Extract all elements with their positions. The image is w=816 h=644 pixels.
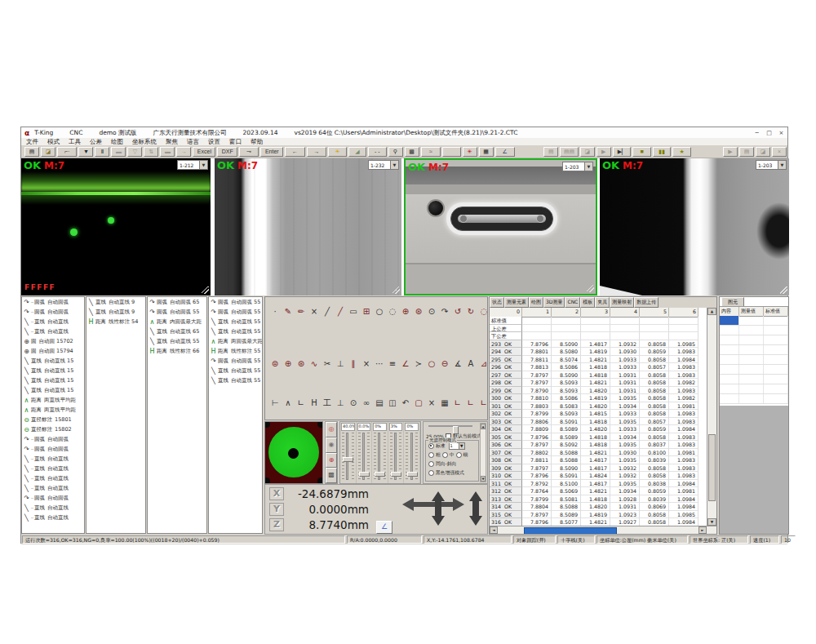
tool-circle-dashed-icon[interactable]: ◌ — [386, 305, 399, 318]
light-slider-2[interactable]: 0% — [372, 422, 388, 483]
list-item[interactable]: ╲直线自动直线 55 — [148, 336, 206, 346]
ring-light-icon[interactable]: ◎ — [326, 422, 337, 437]
table-tab-8[interactable]: 数据上传 — [634, 297, 659, 308]
light-slider-4[interactable]: 0% — [404, 422, 420, 483]
tool-dim-corner-icon[interactable]: ∟ — [295, 397, 308, 410]
table-tab-1[interactable]: 测量元素 — [504, 297, 529, 308]
table-row[interactable]: 307OK7.88028.50881.48211.09300.81001.098… — [490, 449, 708, 457]
tool-rect-icon[interactable]: ▭ — [347, 305, 360, 318]
scroll-up-icon[interactable]: ▲ — [707, 308, 716, 315]
tool-angle-red-1-icon[interactable]: ∟ — [451, 397, 464, 410]
toolbar-enter-button[interactable]: Enter — [260, 147, 283, 157]
list-item[interactable]: ↷┄圆弧自动圆弧 — [22, 307, 84, 317]
list-item[interactable]: ╲直线自动直线 9 — [86, 307, 145, 317]
scroll-down-icon[interactable]: ▼ — [481, 476, 486, 482]
table-row[interactable]: 293OK7.87968.50901.48171.09320.80581.098… — [490, 340, 708, 349]
tool-dim-h-icon[interactable]: ⊢ — [268, 397, 282, 410]
slider-thumb[interactable] — [407, 472, 418, 477]
toolbar-chart-tool-button[interactable]: ∠ — [495, 147, 515, 157]
list-item[interactable]: ╲直线自动直线 65 — [148, 326, 206, 336]
toolbar-blank-button[interactable] — [442, 147, 461, 157]
list-item[interactable]: ╲直线自动直线 55 — [209, 317, 262, 326]
tool-circle-point-icon[interactable]: ⊙ — [425, 305, 438, 318]
checker-light-icon[interactable]: ▩ — [326, 468, 337, 483]
tool-circle-scan2-icon[interactable]: ⊛ — [412, 305, 425, 318]
tool-perpendicular-icon[interactable]: ⊥ — [334, 358, 347, 371]
tool-angle-open-icon[interactable]: ∠ — [399, 358, 412, 371]
table-row[interactable]: 304OK7.88098.50891.48201.09330.80591.098… — [490, 425, 708, 433]
table-row[interactable]: 309OK7.87978.50901.48171.09320.80581.098… — [490, 464, 708, 473]
tool-dots-icon[interactable]: ⋯ — [373, 358, 386, 371]
toolbar-checker-button[interactable]: ▩ — [405, 147, 419, 157]
toolbar-pause-button[interactable]: ▮▮ — [653, 147, 672, 157]
tool-dim-oo-icon[interactable]: ∞ — [360, 397, 373, 410]
resize-grip-icon[interactable] — [780, 286, 787, 294]
tool-cross-lines-icon[interactable]: × — [308, 305, 321, 318]
tool-pencil-add-icon[interactable]: ✏ — [295, 305, 308, 318]
tool-vee-icon[interactable]: ≻ — [412, 358, 425, 371]
slider-thumb[interactable] — [343, 457, 353, 462]
list-item[interactable]: H距离线性标注 55 — [209, 346, 262, 356]
tool-dim-angle-icon[interactable]: ∧ — [282, 397, 295, 410]
list-item[interactable]: ╲┄直线自动直线 — [22, 317, 84, 326]
camera-select[interactable]: 1-232 ▼ — [368, 160, 399, 170]
list-item[interactable]: ⊖直径标注15801 — [22, 415, 84, 424]
light-slider-0[interactable]: 40.0% — [340, 422, 357, 483]
detail-row[interactable] — [720, 316, 788, 326]
list-item[interactable]: ⊖直径标注15802 — [22, 424, 84, 434]
tool-circle-scan-icon[interactable]: ⊕ — [399, 305, 412, 318]
table-row[interactable]: 311OK7.87928.51001.48171.09350.80381.098… — [490, 480, 708, 488]
table-row[interactable]: 316OK7.87968.50771.48211.09270.80581.098… — [490, 518, 708, 526]
jog-arrows-icon[interactable] — [401, 491, 486, 530]
table-hscrollbar[interactable]: ◄ ► — [490, 526, 716, 534]
list-item[interactable]: ↷圆弧自动圆弧 65 — [148, 297, 206, 307]
standard-level-select[interactable]: 1 ▼ — [449, 442, 465, 450]
table-row[interactable]: 314OK7.88048.50881.48201.09310.80691.098… — [490, 503, 708, 511]
list-item[interactable]: ╲直线自动直线 15 — [22, 385, 84, 395]
table-row[interactable]: 310OK7.87968.50911.48241.09320.80581.098… — [490, 472, 708, 480]
list-item[interactable]: ╲直线自动直线 15 — [22, 356, 84, 366]
detail-row[interactable] — [720, 335, 788, 345]
list-item[interactable]: ∧距离两直线平均距 — [22, 395, 84, 405]
table-row[interactable]: 308OK7.88118.50881.48171.09350.80391.098… — [490, 456, 708, 464]
tool-dim-circle-icon[interactable]: ⊙ — [347, 397, 360, 410]
chevron-down-icon[interactable]: ▼ — [459, 443, 464, 449]
camera-panel-3-selected[interactable]: OK M:7 1-203 ▼ — [404, 158, 597, 295]
tool-angle-measure-icon[interactable]: ∡ — [451, 358, 464, 371]
list-item[interactable]: ╲直线自动直线 15 — [22, 375, 84, 385]
toolbar-excel-export-button[interactable]: Excel — [193, 147, 215, 157]
list-item[interactable]: ∧距离内圆弧最大距 — [148, 317, 206, 326]
tool-undo-icon[interactable]: ↶ — [399, 397, 412, 410]
scroll-right-icon[interactable]: ► — [698, 526, 707, 534]
toolbar-stage-move-button[interactable]: ⌐· — [57, 147, 77, 157]
toolbar-gray-block-button[interactable]: ▬ — [111, 147, 126, 157]
table-tab-2[interactable]: 绘图 — [529, 297, 543, 308]
light-slider-1[interactable]: 0.0% — [357, 422, 373, 483]
toolbar-dashes-button[interactable]: - - — [368, 147, 387, 157]
table-row-fixed[interactable]: 标准值 — [490, 317, 708, 325]
tool-letter-a-icon[interactable]: A — [464, 358, 477, 371]
table-vscrollbar[interactable]: ▲ ▼ — [707, 308, 716, 526]
camera-panel-2[interactable]: OK M:7 1-232 ▼ — [215, 158, 401, 295]
cross-ring-light-icon[interactable]: ⊕ — [326, 453, 337, 469]
list-item[interactable]: ╲┄直线自动直线 — [22, 513, 84, 522]
resize-grip-icon[interactable] — [202, 286, 209, 294]
toolbar-lasso-button[interactable]: ≈ — [421, 147, 441, 157]
toolbar-laser-star-button[interactable]: ✳ — [463, 147, 477, 157]
tool-ellipse-hatch-icon[interactable]: ⊛ — [295, 358, 308, 371]
list-item[interactable]: ∧距离两圆弧最大距 — [209, 336, 262, 346]
chevron-down-icon[interactable]: ▼ — [778, 161, 786, 169]
detail-row[interactable] — [720, 345, 788, 355]
resize-grip-icon[interactable] — [587, 285, 594, 292]
tool-rect-scan-icon[interactable]: ⊞ — [360, 305, 373, 318]
slider-track[interactable] — [346, 433, 348, 480]
scroll-left-icon[interactable]: ◄ — [490, 526, 498, 534]
tool-dim-perp-icon[interactable]: ⊥ — [334, 397, 347, 410]
table-row[interactable]: 301OK7.88038.50831.48201.09340.80581.098… — [490, 402, 708, 411]
radio-level-0[interactable] — [428, 452, 434, 458]
light-ring-preview[interactable] — [264, 421, 323, 484]
toolbar-run-fast-button[interactable]: ★ — [672, 147, 691, 157]
table-row[interactable]: 295OK7.88118.50741.48211.09330.80581.098… — [490, 356, 708, 364]
toolbar-save-button[interactable]: ▤ — [24, 147, 39, 157]
tool-circle-minus-icon[interactable]: ⊖ — [438, 358, 451, 371]
